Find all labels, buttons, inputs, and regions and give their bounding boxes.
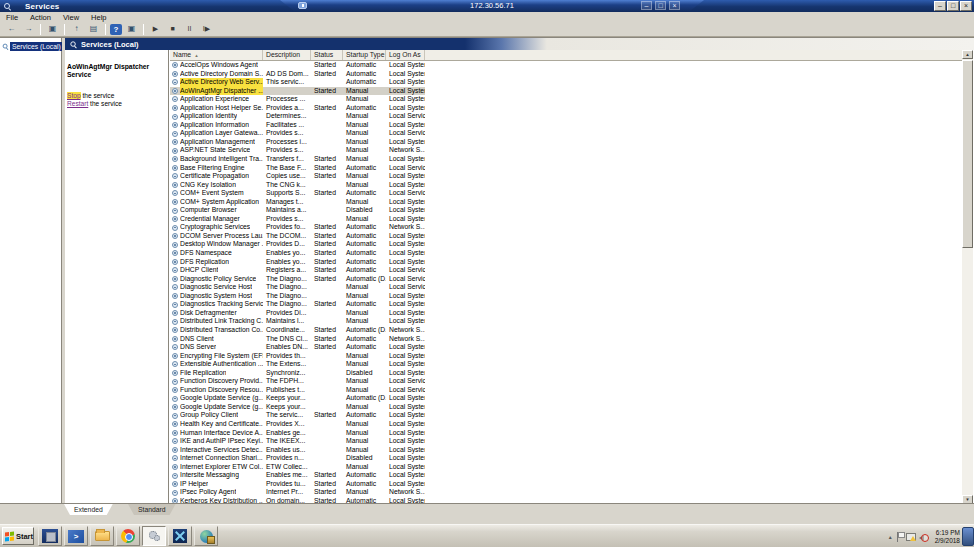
rdp-restore-button[interactable]: □ xyxy=(655,1,666,10)
service-row[interactable]: DCOM Server Process Lau...The DCOM...Sta… xyxy=(170,232,425,241)
taskbar-server-manager-icon[interactable] xyxy=(38,526,62,546)
service-row[interactable]: Group Policy ClientThe servic...StartedA… xyxy=(170,411,425,420)
service-row[interactable]: Application Host Helper Se...Provides a.… xyxy=(170,104,425,113)
up-one-level-icon[interactable]: ↑ xyxy=(69,23,84,35)
pause-service-icon[interactable]: II xyxy=(182,23,197,35)
service-row[interactable]: Active Directory Domain S...AD DS Dom...… xyxy=(170,70,425,79)
show-console-tree-icon[interactable]: ▣ xyxy=(45,23,60,35)
service-row[interactable]: Cryptographic ServicesProvides fo...Star… xyxy=(170,223,425,232)
service-row[interactable]: DNS ClientThe DNS Cl...StartedAutomaticN… xyxy=(170,335,425,344)
start-service-icon[interactable]: ▶ xyxy=(148,23,163,35)
service-row[interactable]: Encrypting File System (EFS)Provides th.… xyxy=(170,352,425,361)
close-button[interactable]: × xyxy=(960,1,972,11)
service-row[interactable]: File ReplicationSynchroniz...DisabledLoc… xyxy=(170,369,425,378)
taskbar-globe-icon[interactable] xyxy=(194,526,218,546)
service-row[interactable]: Credential ManagerProvides s...ManualLoc… xyxy=(170,215,425,224)
back-icon[interactable]: ← xyxy=(4,23,19,35)
service-row[interactable]: Application ExperienceProcesses ...Manua… xyxy=(170,95,425,104)
service-row[interactable]: Disk DefragmenterProvides Di...ManualLoc… xyxy=(170,309,425,318)
scroll-up-icon[interactable]: ▲ xyxy=(962,50,973,59)
taskbar-clock[interactable]: 6:19 PM 2/9/2018 xyxy=(935,529,960,544)
rdp-close-button[interactable]: × xyxy=(669,1,680,10)
menu-item-help[interactable]: Help xyxy=(85,13,112,22)
menu-item-file[interactable]: File xyxy=(0,13,24,22)
hidden-icons-chevron-icon[interactable]: ▲ xyxy=(888,534,893,540)
start-button[interactable]: Start xyxy=(2,527,34,545)
network-status-icon[interactable] xyxy=(906,532,916,541)
service-row[interactable]: Application InformationFacilitates ...Ma… xyxy=(170,121,425,130)
service-row[interactable]: Active Directory Web Serv...This servic.… xyxy=(170,78,425,87)
volume-muted-icon[interactable] xyxy=(919,532,929,542)
service-row[interactable]: Internet Connection Shari...Provides n..… xyxy=(170,454,425,463)
taskbar-powershell-icon[interactable]: > xyxy=(64,526,88,546)
taskbar-explorer-icon[interactable] xyxy=(90,526,114,546)
service-row[interactable]: Distributed Link Tracking C...Maintains … xyxy=(170,317,425,326)
service-row[interactable]: IKE and AuthIP IPsec Keyi...The IKEEX...… xyxy=(170,437,425,446)
service-row[interactable]: DFS ReplicationEnables yo...StartedAutom… xyxy=(170,258,425,267)
stop-service-icon[interactable]: ■ xyxy=(165,23,180,35)
rdp-minimize-button[interactable]: – xyxy=(641,1,652,10)
show-desktop-button[interactable] xyxy=(962,527,974,546)
service-row[interactable]: DNS ServerEnables DN...StartedAutomaticL… xyxy=(170,343,425,352)
tree-item-services-local[interactable]: Services (Local) xyxy=(1,41,63,51)
service-row[interactable]: Computer BrowserMaintains a...DisabledLo… xyxy=(170,206,425,215)
restart-service-icon[interactable]: I▶ xyxy=(199,23,214,35)
menu-item-action[interactable]: Action xyxy=(24,13,57,22)
restart-service-link[interactable]: Restart xyxy=(67,100,88,107)
service-row[interactable]: Interactive Services Detec...Enables us.… xyxy=(170,446,425,455)
taskbar-network-icon[interactable] xyxy=(168,526,192,546)
service-row[interactable]: ASP.NET State ServiceProvides s...Manual… xyxy=(170,146,425,155)
scrollbar-thumb[interactable] xyxy=(962,60,973,248)
service-row[interactable]: Function Discovery Resou...Publishes t..… xyxy=(170,386,425,395)
service-row[interactable]: Diagnostic Policy ServiceThe Diagno...St… xyxy=(170,275,425,284)
service-row[interactable]: Diagnostics Tracking ServiceThe Diagno..… xyxy=(170,300,425,309)
service-row[interactable]: COM+ Event SystemSupports S...StartedAut… xyxy=(170,189,425,198)
service-row[interactable]: Function Discovery Provid...The FDPH...M… xyxy=(170,377,425,386)
tab-extended[interactable]: Extended xyxy=(64,504,113,515)
service-row[interactable]: Application Layer Gatewa...Provides s...… xyxy=(170,129,425,138)
service-row[interactable]: IP HelperProvides tu...StartedAutomaticL… xyxy=(170,480,425,489)
service-row[interactable]: Diagnostic Service HostThe Diagno...Manu… xyxy=(170,283,425,292)
service-row[interactable]: Certificate PropagationCopies use...Star… xyxy=(170,172,425,181)
help-icon[interactable]: ? xyxy=(110,24,122,35)
service-row[interactable]: Desktop Window Manager ...Provides D...S… xyxy=(170,240,425,249)
service-row[interactable]: Distributed Transaction Co...Coordinate.… xyxy=(170,326,425,335)
column-header-name[interactable]: Name▴ xyxy=(170,50,263,60)
forward-icon[interactable]: → xyxy=(21,23,36,35)
action-center-flag-icon[interactable] xyxy=(896,532,903,542)
service-row[interactable]: CNG Key IsolationThe CNG k...ManualLocal… xyxy=(170,181,425,190)
service-row[interactable]: IPsec Policy AgentInternet Pr...StartedM… xyxy=(170,488,425,497)
service-row[interactable]: Application ManagementProcesses i...Manu… xyxy=(170,138,425,147)
service-row[interactable]: AccelOps Windows AgentStartedAutomaticLo… xyxy=(170,61,425,70)
rdp-connection-bar[interactable]: 172.30.56.71 –□× xyxy=(280,0,704,11)
service-row[interactable]: Internet Explorer ETW Col...ETW Collec..… xyxy=(170,463,425,472)
restore-button[interactable]: □ xyxy=(947,1,959,11)
service-row[interactable]: Application IdentityDetermines...ManualL… xyxy=(170,112,425,121)
properties-icon[interactable]: ▣ xyxy=(124,23,139,35)
service-row[interactable]: COM+ System ApplicationManages t...Manua… xyxy=(170,198,425,207)
column-header-description[interactable]: Description xyxy=(263,50,311,60)
service-row[interactable]: DHCP ClientRegisters a...StartedAutomati… xyxy=(170,266,425,275)
service-row[interactable]: Base Filtering EngineThe Base F...Starte… xyxy=(170,164,425,173)
column-header-status[interactable]: Status xyxy=(311,50,343,60)
service-row[interactable]: DFS NamespaceEnables yo...StartedAutomat… xyxy=(170,249,425,258)
column-header-log-on-as[interactable]: Log On As xyxy=(386,50,425,60)
service-row[interactable]: Diagnostic System HostThe Diagno...Manua… xyxy=(170,292,425,301)
menu-item-view[interactable]: View xyxy=(57,13,85,22)
column-header-startup-type[interactable]: Startup Type xyxy=(343,50,386,60)
minimize-button[interactable]: – xyxy=(934,1,946,11)
service-row[interactable]: Extensible Authentication ...The Extens.… xyxy=(170,360,425,369)
service-row[interactable]: AoWinAgtMgr Dispatcher ...StartedManualL… xyxy=(170,87,425,96)
export-list-icon[interactable]: ▤ xyxy=(86,23,101,35)
service-row[interactable]: Google Update Service (g...Keeps your...… xyxy=(170,394,425,403)
service-row[interactable]: Intersite MessagingEnables me...StartedA… xyxy=(170,471,425,480)
taskbar-services-icon[interactable] xyxy=(142,526,166,546)
tab-standard[interactable]: Standard xyxy=(128,504,176,515)
service-row[interactable]: Google Update Service (g...Keeps your...… xyxy=(170,403,425,412)
taskbar-chrome-icon[interactable] xyxy=(116,526,140,546)
vertical-scrollbar[interactable]: ▲ ▼ xyxy=(962,50,973,504)
service-row[interactable]: Background Intelligent Tra...Transfers f… xyxy=(170,155,425,164)
service-row[interactable]: Human Interface Device A...Enables ge...… xyxy=(170,429,425,438)
service-row[interactable]: Health Key and Certificate...Provides X.… xyxy=(170,420,425,429)
stop-service-link[interactable]: Stop xyxy=(67,92,81,99)
